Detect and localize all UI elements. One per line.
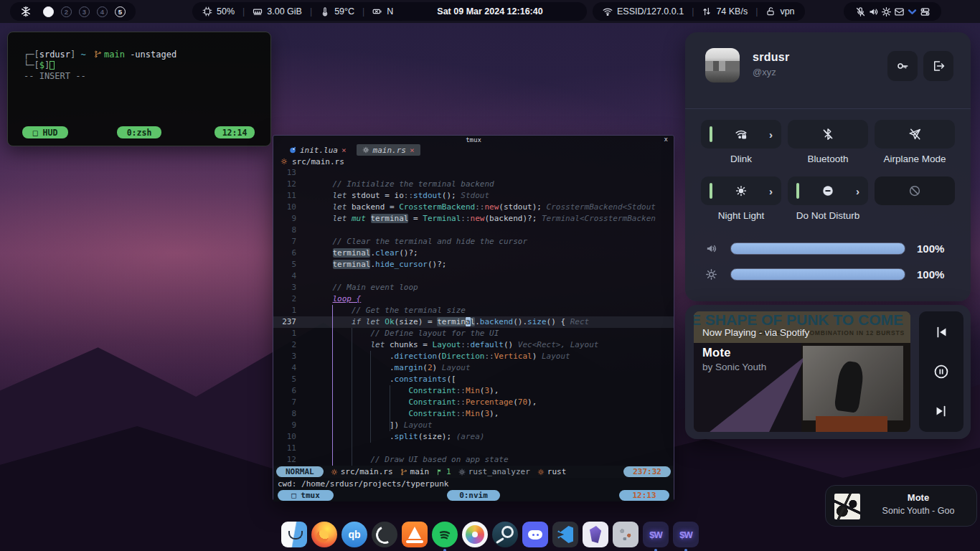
tmux-session-name[interactable]: □ tmux: [278, 490, 334, 501]
editor-window: tmux x init.lua×main.rs× src/main.rs 131…: [273, 135, 674, 501]
code-area[interactable]: 1312 // Initialize the terminal backend1…: [273, 167, 674, 466]
chevron-down-icon[interactable]: [905, 5, 918, 18]
tmux-window-zsh[interactable]: 0:zsh: [117, 126, 161, 138]
dock-item-discord[interactable]: [522, 522, 548, 547]
wifi-toggle[interactable]: ›: [701, 120, 781, 149]
workspace-4[interactable]: 4: [97, 6, 108, 17]
dock-item-obs-studio[interactable]: [372, 522, 397, 547]
quick-toggles: ›DlinkBluetoothAirplane Mode›Night Light…: [701, 120, 955, 230]
dock-item-vlc[interactable]: [402, 522, 428, 547]
line-number: 5: [273, 374, 302, 385]
code-line: 237 if let Ok(size) = terminal.backend()…: [273, 316, 674, 328]
line-number: 7: [273, 236, 302, 248]
media-notification[interactable]: Mote Sonic Youth - Goo: [825, 485, 977, 527]
bluetooth-toggle[interactable]: [788, 120, 868, 149]
hud-terminal-window[interactable]: ┌─[srdusr] ~ main -unstaged └─[$] -- INS…: [7, 32, 271, 146]
workspace-5[interactable]: 5: [115, 6, 126, 17]
dock-item-vscode[interactable]: [552, 522, 578, 547]
logo-icon[interactable]: [20, 6, 32, 17]
vpn-status[interactable]: vpn: [765, 6, 794, 17]
workspace-2[interactable]: 2: [61, 6, 72, 17]
workspace-1[interactable]: 1: [43, 6, 54, 17]
airplane-mode-toggle[interactable]: [875, 120, 955, 149]
flag-icon: [436, 468, 443, 476]
settings-icon[interactable]: [880, 5, 892, 18]
cursor-position: 237:32: [623, 466, 671, 477]
code-line: 5 .constraints([: [273, 374, 674, 385]
chevron-right-icon[interactable]: ›: [769, 185, 773, 197]
window-titlebar[interactable]: tmux x: [273, 136, 674, 144]
volume-slider[interactable]: [730, 242, 905, 255]
close-icon[interactable]: x: [664, 136, 668, 143]
systray-toggles-icon[interactable]: [918, 5, 931, 18]
tmux-clock: 12:14: [215, 126, 255, 138]
obs-studio-icon: [372, 522, 397, 547]
speaker-icon[interactable]: [867, 5, 880, 18]
tmux-window-nvim[interactable]: 0:nvim: [447, 490, 500, 501]
statusline-filetype: rust: [537, 467, 567, 476]
thermometer-icon: [320, 6, 330, 17]
workspace-3[interactable]: 3: [79, 6, 90, 17]
network-status: ESSID/127.0.0.1 | 74 KB/s | vpn: [593, 2, 805, 21]
workspace-switcher: 12345: [43, 6, 126, 17]
media-player-card: THE SHAPE OF PUNK TO COME A CHIMERICAL B…: [685, 305, 971, 439]
chevron-right-icon[interactable]: ›: [769, 128, 773, 141]
obsidian-icon: [583, 522, 608, 547]
brightness-slider[interactable]: [730, 268, 905, 281]
code-line: 2 let chunks = Layout::default() Vec<Rec…: [273, 339, 674, 351]
shipwright-2-icon: $W: [673, 522, 699, 547]
tab-close-icon[interactable]: ×: [410, 146, 415, 155]
tmux-session-name[interactable]: □ HUD: [22, 126, 68, 138]
dock-item-steam[interactable]: [492, 522, 518, 547]
tab-close-icon[interactable]: ×: [341, 146, 347, 155]
dock-item-photos[interactable]: [462, 522, 488, 547]
mail-icon[interactable]: [892, 5, 905, 18]
line-number: 237: [273, 316, 302, 328]
rustgear-icon: [362, 146, 369, 154]
logout-button[interactable]: [923, 51, 953, 81]
avatar[interactable]: [705, 48, 740, 83]
line-number: 6: [273, 385, 302, 397]
clock[interactable]: Sat 09 Mar 2024 12:16:40: [393, 2, 587, 21]
code-line: 3 // Main event loop: [273, 282, 674, 293]
previous-track-button[interactable]: [932, 323, 951, 342]
line-number: 4: [273, 270, 302, 282]
tmux-statusbar: □ tmux 0:nvim 12:13: [273, 489, 674, 501]
pause-button[interactable]: [932, 362, 951, 381]
line-number: 13: [273, 167, 302, 179]
notification-title: Mote: [866, 492, 971, 503]
dock-item-spotify[interactable]: [432, 522, 458, 547]
wifi-ssid[interactable]: ESSID/127.0.0.1: [603, 6, 684, 17]
dock-item-shipwright-1[interactable]: $W: [643, 522, 669, 547]
microphone-muted-icon[interactable]: [854, 5, 867, 18]
tab-init.lua[interactable]: init.lua×: [283, 144, 352, 156]
firefox-icon: [311, 522, 337, 547]
dock-item-file-manager[interactable]: [281, 522, 307, 547]
tab-main.rs[interactable]: main.rs×: [357, 144, 420, 156]
vlc-icon: [402, 522, 428, 547]
do-not-disturb-toggle[interactable]: ›: [788, 176, 868, 205]
dock-item-firefox[interactable]: [311, 522, 337, 547]
blocked-toggle-cell: [875, 176, 955, 230]
volume-slider-row: 100%: [705, 242, 951, 255]
separator: |: [240, 6, 247, 17]
dock-item-trash[interactable]: [613, 522, 639, 547]
blocked-toggle[interactable]: [875, 176, 955, 205]
shipwright-1-icon: $W: [643, 522, 669, 547]
wifi-toggle-cell: ›Dlink: [701, 120, 781, 174]
dock-item-qbittorrent[interactable]: qb: [341, 522, 367, 547]
workspace-group: 12345: [10, 2, 136, 21]
code-line: 1 // Get the terminal size: [273, 305, 674, 316]
dock-item-shipwright-2[interactable]: $W: [673, 522, 699, 547]
block-icon: [908, 184, 921, 197]
notification-subtitle: Sonic Youth - Goo: [866, 506, 971, 516]
password-manager-button[interactable]: [887, 51, 918, 81]
chevron-right-icon[interactable]: ›: [856, 185, 859, 197]
night-light-toggle[interactable]: ›: [701, 176, 781, 205]
dock-item-obsidian[interactable]: [583, 522, 608, 547]
active-indicator: [796, 183, 799, 199]
brightness-slider-row: 100%: [705, 268, 951, 281]
next-track-button[interactable]: [932, 402, 951, 420]
indent-guide: [352, 328, 352, 466]
git-branch-icon: [94, 50, 102, 58]
